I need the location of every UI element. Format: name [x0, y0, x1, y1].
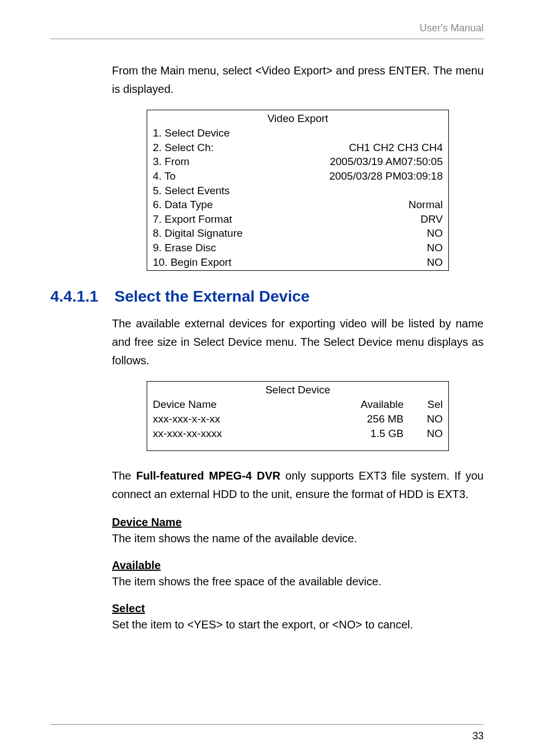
select-heading: Select [112, 602, 484, 615]
menu-label: 7. Export Format [153, 212, 232, 227]
section-body: The available external devices for expor… [112, 314, 484, 633]
menu-label: 2. Select Ch: [153, 140, 214, 155]
device-available-cell: 1.5 GB [336, 426, 415, 441]
menu-label: 5. Select Events [153, 184, 229, 198]
menu-label: 8. Digital Signature [153, 226, 243, 241]
video-export-title: Video Export [147, 110, 448, 126]
menu-row: 1. Select Device [147, 126, 448, 140]
available-heading: Available [112, 559, 484, 572]
page-number: 33 [50, 730, 484, 742]
menu-value: 2005/03/28 PM03:09:18 [329, 169, 443, 184]
menu-row: 5. Select Events [147, 184, 448, 198]
menu-row: 8. Digital Signature NO [147, 226, 448, 241]
device-available-cell: 256 MB [336, 412, 415, 426]
ext3-bold: Full-featured MPEG-4 DVR [136, 469, 280, 482]
device-name-cell: xx-xxx-xx-xxxx [153, 426, 336, 441]
menu-row: 7. Export Format DRV [147, 212, 448, 227]
menu-value: DRV [420, 212, 443, 227]
page-footer: 33 [50, 724, 484, 742]
device-sel-cell: NO [415, 412, 443, 426]
video-export-menu: Video Export 1. Select Device 2. Select … [147, 110, 449, 271]
section-number: 4.4.1.1 [50, 288, 112, 306]
page: User's Manual From the Main menu, select… [0, 0, 534, 756]
menu-row: 6. Data Type Normal [147, 198, 448, 212]
menu-value: CH1 CH2 CH3 CH4 [349, 140, 443, 155]
device-name-text: The item shows the name of the available… [112, 530, 484, 547]
footer-rule [50, 724, 484, 725]
intro-paragraph: From the Main menu, select <Video Export… [112, 62, 484, 98]
header-rule [50, 39, 484, 39]
ext3-paragraph: The Full-featured MPEG-4 DVR only suppor… [112, 467, 484, 504]
select-text: Set the item to <YES> to start the expor… [112, 616, 484, 633]
device-header-row: Device Name Available Sel [147, 397, 448, 412]
menu-label: 3. From [153, 154, 189, 169]
device-row: xx-xxx-xx-xxxx 1.5 GB NO [147, 426, 448, 441]
menu-row: 4. To 2005/03/28 PM03:09:18 [147, 169, 448, 184]
menu-label: 1. Select Device [153, 126, 229, 140]
menu-value: Normal [409, 198, 443, 212]
menu-label: 4. To [153, 169, 176, 184]
device-row: xxx-xxx-x-x-xx 256 MB NO [147, 412, 448, 426]
device-name-heading: Device Name [112, 516, 484, 529]
menu-value: NO [427, 241, 443, 255]
section-title: Select the External Device [114, 288, 310, 305]
select-device-title: Select Device [147, 382, 448, 397]
menu-row: 9. Erase Disc NO [147, 241, 448, 255]
select-device-table: Select Device Device Name Available Sel … [147, 381, 449, 451]
menu-row: 2. Select Ch: CH1 CH2 CH3 CH4 [147, 140, 448, 155]
header-title: User's Manual [50, 22, 484, 34]
section-paragraph: The available external devices for expor… [112, 314, 484, 370]
menu-label: 10. Begin Export [153, 255, 231, 270]
ext3-pre: The [112, 469, 136, 482]
device-header-sel: Sel [415, 397, 443, 412]
device-header-name: Device Name [153, 397, 336, 412]
content-body: From the Main menu, select <Video Export… [112, 62, 484, 271]
device-sel-cell: NO [415, 426, 443, 441]
menu-row: 10. Begin Export NO [147, 255, 448, 271]
menu-value: NO [427, 255, 443, 270]
menu-value: NO [427, 226, 443, 241]
section-heading: 4.4.1.1 Select the External Device [50, 288, 484, 306]
device-header-available: Available [336, 397, 415, 412]
menu-value: 2005/03/19 AM07:50:05 [330, 154, 443, 169]
menu-label: 9. Erase Disc [153, 241, 216, 255]
menu-row: 3. From 2005/03/19 AM07:50:05 [147, 154, 448, 169]
page-header: User's Manual [50, 22, 484, 39]
available-text: The item shows the free space of the ava… [112, 573, 484, 590]
device-name-cell: xxx-xxx-x-x-xx [153, 412, 336, 426]
menu-label: 6. Data Type [153, 198, 213, 212]
